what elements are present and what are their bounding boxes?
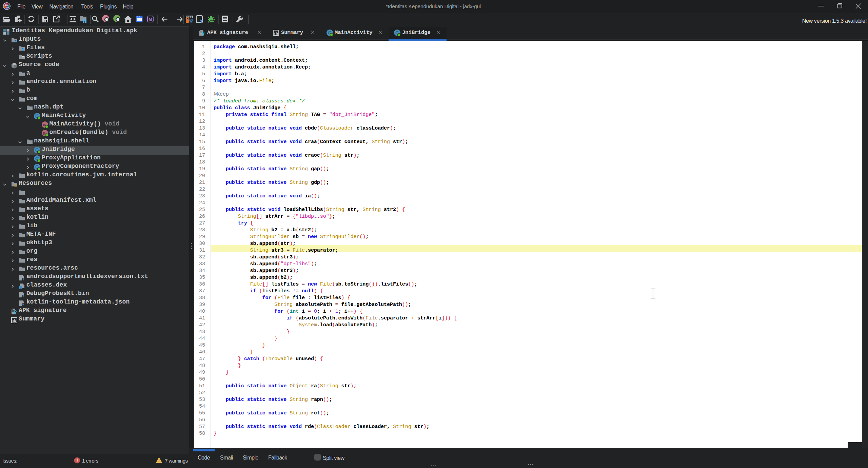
svg-text:DX: DX xyxy=(6,6,9,9)
svg-text:J: J xyxy=(20,287,21,289)
svg-text:?: ? xyxy=(22,278,24,281)
svg-text:?: ? xyxy=(22,295,24,298)
svg-text:JA: JA xyxy=(5,4,8,6)
svg-text:?: ? xyxy=(22,303,24,306)
svg-text:M: M xyxy=(149,17,152,22)
